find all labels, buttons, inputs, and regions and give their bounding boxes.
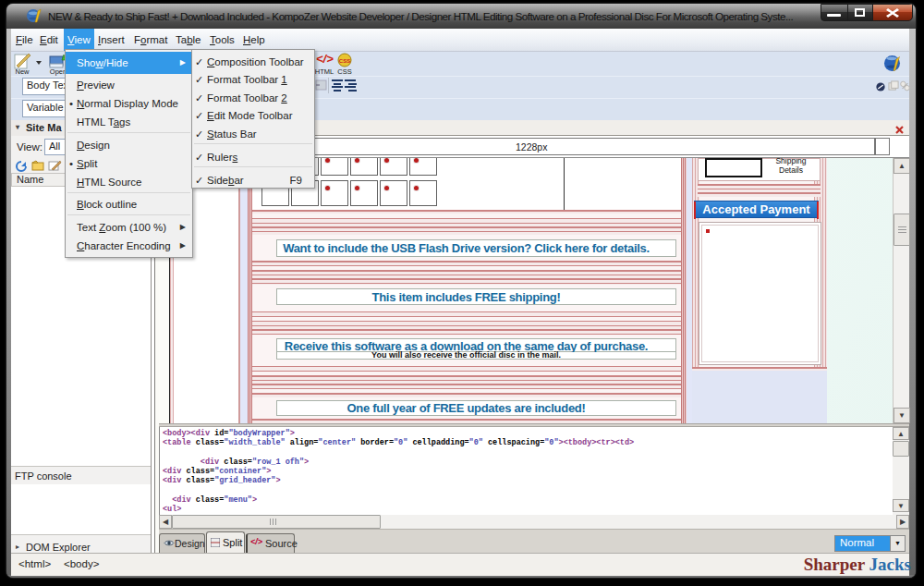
svg-text:CSS: CSS [339,58,350,64]
